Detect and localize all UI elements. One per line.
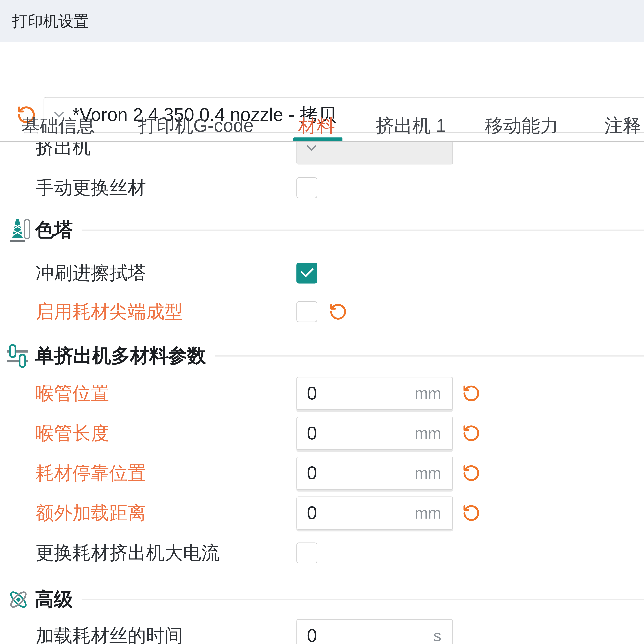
reset-cooling-tube-position-button[interactable] xyxy=(462,384,481,403)
sliders-icon xyxy=(6,344,31,368)
manual-filament-change-checkbox[interactable] xyxy=(296,177,317,198)
undo-icon xyxy=(329,303,347,321)
purge-in-prime-tower-checkbox[interactable] xyxy=(296,263,317,283)
tab-notes[interactable]: 注释 xyxy=(604,113,641,139)
unit-label: mm xyxy=(415,464,452,483)
section-advanced: 高级 xyxy=(35,588,644,611)
undo-icon xyxy=(462,504,481,522)
filament-load-time-field: s xyxy=(296,619,453,644)
section-single-extruder-mm: 单挤出机多材料参数 xyxy=(35,345,644,367)
filament-parking-position-input[interactable] xyxy=(297,463,415,484)
section-title: 高级 xyxy=(35,587,73,612)
reset-filament-parking-position-button[interactable] xyxy=(462,464,481,482)
filament-parking-position-field: mm xyxy=(296,457,453,490)
unit-label: mm xyxy=(415,384,452,403)
filament-parking-position-label: 耗材停靠位置 xyxy=(36,463,146,484)
filament-load-time-input[interactable] xyxy=(297,625,433,644)
cooling-tube-length-input[interactable] xyxy=(297,423,415,444)
high-current-on-filament-swap-label: 更换耗材挤出机大电流 xyxy=(36,543,220,563)
tab-material[interactable]: 材料 xyxy=(298,113,335,139)
filament-load-time-label: 加载耗材丝的时间 xyxy=(36,625,183,644)
unit-label: mm xyxy=(415,424,452,443)
settings-scroll-area: 挤出机 手动更换丝材 色塔 冲刷进擦拭塔 xyxy=(0,142,644,644)
tabs-divider xyxy=(0,141,644,142)
undo-icon xyxy=(462,464,481,482)
cooling-tube-position-label: 喉管位置 xyxy=(36,383,109,404)
section-title: 单挤出机多材料参数 xyxy=(35,343,206,369)
tab-basic-info[interactable]: 基础信息 xyxy=(22,113,95,139)
reset-filament-tip-shaping-button[interactable] xyxy=(329,303,347,321)
unit-label: s xyxy=(433,626,452,644)
preset-toolbar: *Voron 2.4 350 0.4 nozzle - 拷贝 高级 xyxy=(0,42,644,111)
unit-label: mm xyxy=(415,503,452,523)
clipped-row-label: 挤出机 xyxy=(36,142,91,158)
cooling-tube-position-field: mm xyxy=(296,377,453,410)
reset-extra-loading-distance-button[interactable] xyxy=(462,504,481,522)
undo-icon xyxy=(462,384,481,403)
chevron-down-icon xyxy=(306,145,317,151)
title-bar: 打印机设置 xyxy=(0,0,644,42)
printer-settings-dialog: 打印机设置 *Voron 2.4 350 0.4 nozzle - 拷贝 xyxy=(0,0,644,644)
extra-loading-distance-field: mm xyxy=(296,497,453,530)
section-title: 色塔 xyxy=(35,217,73,243)
extra-loading-distance-label: 额外加载距离 xyxy=(36,503,146,523)
section-wipe-tower: 色塔 xyxy=(35,219,644,241)
filament-tip-shaping-checkbox[interactable] xyxy=(296,301,317,322)
tab-motion-ability[interactable]: 移动能力 xyxy=(485,113,558,139)
cooling-tube-length-label: 喉管长度 xyxy=(36,423,109,444)
active-tab-indicator xyxy=(293,137,342,141)
undo-icon xyxy=(462,424,481,442)
filament-tip-shaping-label: 启用耗材尖端成型 xyxy=(36,301,183,322)
section-divider xyxy=(82,599,644,600)
reset-cooling-tube-length-button[interactable] xyxy=(462,424,481,442)
manual-filament-change-label: 手动更换丝材 xyxy=(36,177,146,198)
extra-loading-distance-input[interactable] xyxy=(297,503,415,523)
purge-in-prime-tower-label: 冲刷进擦拭塔 xyxy=(36,263,146,283)
cooling-tube-length-field: mm xyxy=(296,417,453,450)
cooling-tube-position-input[interactable] xyxy=(297,383,415,404)
section-divider xyxy=(215,355,644,357)
dialog-title: 打印机设置 xyxy=(12,0,89,42)
wipe-tower-icon xyxy=(6,218,31,242)
tab-extruder-1[interactable]: 挤出机 1 xyxy=(376,113,446,139)
high-current-on-filament-swap-checkbox[interactable] xyxy=(296,543,317,563)
clipped-row-dropdown[interactable] xyxy=(296,142,453,164)
atom-icon xyxy=(6,587,31,612)
section-divider xyxy=(82,230,644,231)
tab-machine-gcode[interactable]: 打印机G-code xyxy=(138,113,254,139)
